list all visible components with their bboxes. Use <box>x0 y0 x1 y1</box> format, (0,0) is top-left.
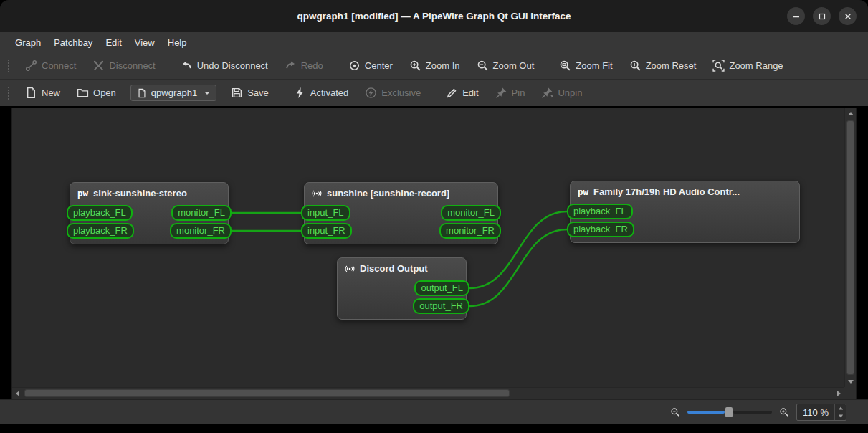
arrow-up-icon <box>848 112 854 115</box>
menu-edit[interactable]: Edit <box>99 34 128 52</box>
port-row: playback_FR monitor_FR <box>70 223 228 239</box>
node-sink-sunshine-stereo[interactable]: pw sink-sunshine-stereo playback_FL moni… <box>70 182 229 244</box>
node-title: Discord Output <box>360 263 428 274</box>
node-header: Discord Output <box>338 258 466 278</box>
port-monitor-fl[interactable]: monitor_FL <box>441 205 501 221</box>
port-playback-fr[interactable]: playback_FR <box>67 223 134 239</box>
circled-bolt-icon <box>365 87 377 99</box>
zoom-in-button[interactable]: Zoom In <box>403 56 467 75</box>
open-button[interactable]: Open <box>70 83 123 103</box>
pipewire-icon: pw <box>77 188 88 199</box>
menu-patchbay[interactable]: Patchbay <box>47 34 99 52</box>
titlebar[interactable]: qpwgraph1 [modified] — A PipeWire Graph … <box>0 0 868 32</box>
graph-view: pw sink-sunshine-stereo playback_FL moni… <box>11 108 857 399</box>
save-button[interactable]: Save <box>224 83 275 103</box>
vertical-scrollbar-track[interactable] <box>846 120 854 376</box>
scroll-up-button[interactable] <box>845 108 856 119</box>
menu-graph[interactable]: Graph <box>9 34 47 52</box>
window-title: qpwgraph1 [modified] — A PipeWire Graph … <box>0 11 868 22</box>
horizontal-scrollbar-track[interactable] <box>24 389 833 397</box>
pipewire-icon: pw <box>578 186 588 197</box>
pin-icon <box>495 87 507 99</box>
port-row: playback_FR <box>571 222 799 237</box>
zoom-in-icon <box>409 60 421 72</box>
speaker-icon <box>312 189 322 199</box>
zoom-in-icon[interactable] <box>779 407 789 417</box>
scroll-down-button[interactable] <box>845 376 856 387</box>
vertical-scrollbar[interactable] <box>844 108 856 387</box>
exclusive-button[interactable]: Exclusive <box>358 83 427 103</box>
unpin-button[interactable]: Unpin <box>535 83 588 103</box>
zoom-range-button[interactable]: Zoom Range <box>706 56 789 75</box>
undo-icon <box>181 60 193 72</box>
save-icon <box>231 87 243 99</box>
statusbar: 110 % <box>0 399 868 424</box>
node-header: pw sink-sunshine-stereo <box>70 183 228 203</box>
scroll-left-button[interactable] <box>12 388 23 399</box>
disconnect-button[interactable]: Disconnect <box>86 56 161 75</box>
toolbar-file: New Open qpwgraph1 Save Activated Exclus… <box>0 79 868 106</box>
maximize-button[interactable] <box>813 7 831 25</box>
port-row: output_FL <box>338 280 466 296</box>
spin-buttons <box>834 404 846 420</box>
zoom-slider[interactable] <box>687 407 772 417</box>
port-row: output_FR <box>338 298 466 314</box>
node-title: Family 17h/19h HD Audio Contr... <box>593 186 740 197</box>
zoom-value: 110 % <box>797 404 834 420</box>
port-monitor-fl[interactable]: monitor_FL <box>171 205 232 221</box>
center-button[interactable]: Center <box>342 56 399 75</box>
port-output-fl[interactable]: output_FL <box>414 280 469 296</box>
window-controls <box>787 7 868 25</box>
redo-button[interactable]: Redo <box>278 56 330 75</box>
horizontal-scrollbar-handle[interactable] <box>24 389 510 397</box>
zoom-reset-button[interactable]: Zoom Reset <box>623 56 703 75</box>
horizontal-scrollbar[interactable] <box>12 387 844 399</box>
port-playback-fl[interactable]: playback_FL <box>67 205 133 221</box>
zoom-spinbox[interactable]: 110 % <box>796 404 846 421</box>
port-playback-fl[interactable]: playback_FL <box>567 204 633 219</box>
port-row: playback_FL <box>571 204 799 219</box>
canvas[interactable]: pw sink-sunshine-stereo playback_FL moni… <box>12 108 844 387</box>
node-discord-output[interactable]: Discord Output output_FL output_FR <box>337 257 467 320</box>
session-selector[interactable]: qpwgraph1 <box>130 85 216 101</box>
node-header: pw Family 17h/19h HD Audio Contr... <box>571 181 799 201</box>
zoom-fit-button[interactable]: Zoom Fit <box>553 56 619 75</box>
zoom-step-down-button[interactable] <box>835 412 846 420</box>
node-sunshine-record[interactable]: sunshine [sunshine-record] input_FL moni… <box>304 182 498 244</box>
unpin-icon <box>541 87 553 99</box>
close-button[interactable] <box>839 7 857 25</box>
menu-help[interactable]: Help <box>161 34 194 52</box>
port-monitor-fr[interactable]: monitor_FR <box>170 223 232 239</box>
port-output-fr[interactable]: output_FR <box>413 298 469 314</box>
center-icon <box>348 60 361 72</box>
connect-button[interactable]: Connect <box>19 56 82 75</box>
maximize-icon <box>819 13 826 20</box>
port-input-fl[interactable]: input_FL <box>301 205 350 221</box>
zoom-step-up-button[interactable] <box>835 404 846 412</box>
arrow-up-icon <box>838 407 842 410</box>
minimize-button[interactable] <box>787 7 805 25</box>
edit-button[interactable]: Edit <box>439 83 485 103</box>
toolbar-grip[interactable] <box>6 59 11 73</box>
menubar: Graph Patchbay Edit View Help <box>0 32 868 52</box>
port-monitor-fr[interactable]: monitor_FR <box>439 223 501 239</box>
zoom-slider-fill <box>687 411 725 414</box>
vertical-scrollbar-handle[interactable] <box>846 120 854 375</box>
pin-button[interactable]: Pin <box>489 83 532 103</box>
zoom-out-button[interactable]: Zoom Out <box>470 56 541 75</box>
port-input-fr[interactable]: input_FR <box>301 223 352 239</box>
pencil-icon <box>446 87 458 99</box>
speaker-icon <box>345 264 355 274</box>
zoom-reset-icon <box>629 60 642 72</box>
scroll-right-button[interactable] <box>834 388 844 399</box>
node-family-hd-audio[interactable]: pw Family 17h/19h HD Audio Contr... play… <box>570 181 800 243</box>
zoom-slider-handle[interactable] <box>725 407 733 417</box>
arrow-left-icon <box>16 391 19 396</box>
toolbar-grip[interactable] <box>6 86 11 100</box>
zoom-out-icon[interactable] <box>670 407 680 417</box>
menu-view[interactable]: View <box>128 34 161 52</box>
new-button[interactable]: New <box>19 83 67 103</box>
undo-disconnect-button[interactable]: Undo Disconnect <box>174 56 275 75</box>
port-playback-fr[interactable]: playback_FR <box>567 222 634 237</box>
activated-button[interactable]: Activated <box>287 83 355 103</box>
